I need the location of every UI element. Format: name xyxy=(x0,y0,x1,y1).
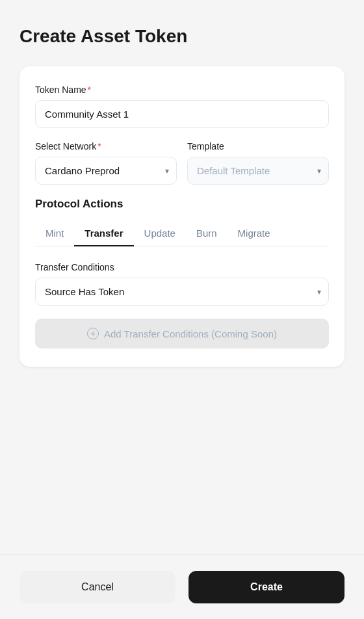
template-group: Template Default Template ▾ xyxy=(187,141,329,185)
token-name-required: * xyxy=(88,85,91,95)
page-title: Create Asset Token xyxy=(20,26,344,47)
template-dropdown[interactable]: Default Template xyxy=(187,157,329,185)
transfer-conditions-label: Transfer Conditions xyxy=(35,262,329,272)
footer: Cancel Create xyxy=(0,554,364,619)
token-name-group: Token Name* xyxy=(35,85,329,128)
tab-update[interactable]: Update xyxy=(134,221,186,246)
transfer-conditions-dropdown[interactable]: Source Has Token xyxy=(35,278,329,306)
protocol-tabs: Mint Transfer Update Burn Migrate xyxy=(35,221,329,246)
tab-migrate[interactable]: Migrate xyxy=(228,221,281,246)
protocol-actions-section: Protocol Actions Mint Transfer Update Bu… xyxy=(35,198,329,349)
select-network-dropdown[interactable]: Cardano Preprod xyxy=(35,157,177,185)
network-template-row: Select Network* Cardano Preprod ▾ Templa… xyxy=(35,141,329,185)
add-conditions-btn-label: Add Transfer Conditions (Coming Soon) xyxy=(104,328,277,339)
main-card: Token Name* Select Network* Cardano Prep… xyxy=(20,66,344,367)
select-network-wrapper: Cardano Preprod ▾ xyxy=(35,157,177,185)
protocol-actions-title: Protocol Actions xyxy=(35,198,329,211)
template-wrapper: Default Template ▾ xyxy=(187,157,329,185)
token-name-input[interactable] xyxy=(35,100,329,128)
tab-burn[interactable]: Burn xyxy=(186,221,228,246)
token-name-label: Token Name* xyxy=(35,85,329,95)
transfer-conditions-wrapper: Source Has Token ▾ xyxy=(35,278,329,306)
add-transfer-conditions-button[interactable]: + Add Transfer Conditions (Coming Soon) xyxy=(35,319,329,349)
select-network-group: Select Network* Cardano Preprod ▾ xyxy=(35,141,177,185)
select-network-label: Select Network* xyxy=(35,141,177,151)
tab-mint[interactable]: Mint xyxy=(35,221,74,246)
create-button[interactable]: Create xyxy=(188,571,344,603)
cancel-button[interactable]: Cancel xyxy=(20,571,176,603)
plus-circle-icon: + xyxy=(87,328,99,339)
template-label: Template xyxy=(187,141,329,151)
tab-transfer[interactable]: Transfer xyxy=(74,221,133,246)
transfer-conditions-group: Transfer Conditions Source Has Token ▾ xyxy=(35,262,329,306)
